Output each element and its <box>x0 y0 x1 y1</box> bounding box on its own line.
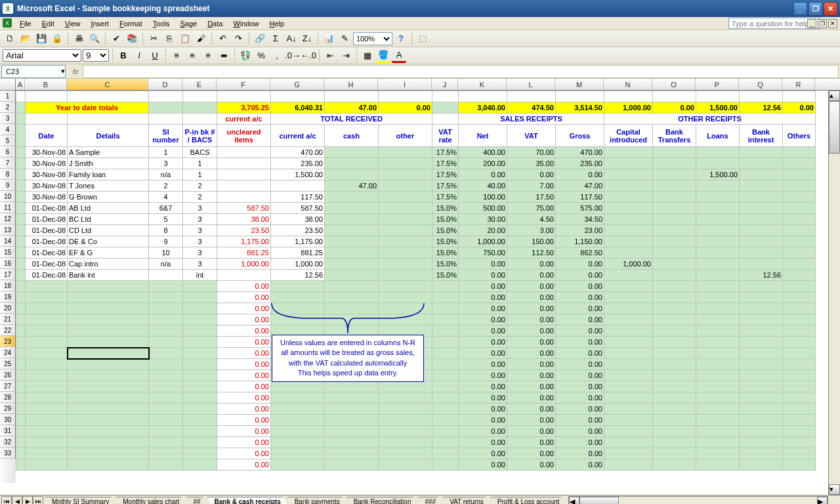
decrease-decimal-icon[interactable]: ←.0 <box>301 49 316 63</box>
row-header-3[interactable]: 3 <box>0 113 16 124</box>
menu-tools[interactable]: Tools <box>148 18 175 29</box>
paste-icon[interactable]: 📋 <box>178 32 192 46</box>
row-header-24[interactable]: 24 <box>0 347 16 358</box>
increase-decimal-icon[interactable]: .0→ <box>285 49 300 63</box>
row-header-1[interactable]: 1 <box>0 91 16 102</box>
undo-icon[interactable]: ↶ <box>215 32 230 46</box>
row-header-8[interactable]: 8 <box>0 169 16 180</box>
tab-first-button[interactable]: ⏮ <box>1 496 12 505</box>
row-header-11[interactable]: 11 <box>0 202 16 213</box>
menu-insert[interactable]: Insert <box>85 18 114 29</box>
zoom-combo[interactable]: 100% <box>353 32 392 45</box>
sheet-tab[interactable]: Bank Reconciliation <box>346 497 419 504</box>
col-header-F[interactable]: F <box>217 79 270 90</box>
col-header-G[interactable]: G <box>270 79 324 90</box>
comma-icon[interactable]: , <box>270 49 284 63</box>
vertical-scrollbar[interactable]: ▴ ▾ <box>828 91 840 495</box>
col-header-D[interactable]: D <box>148 79 182 90</box>
row-header-14[interactable]: 14 <box>0 236 16 247</box>
menu-format[interactable]: Format <box>114 18 148 29</box>
italic-icon[interactable]: I <box>132 49 146 63</box>
row-header-2[interactable]: 2 <box>0 102 16 113</box>
drawing-icon[interactable]: ✎ <box>337 32 352 46</box>
col-header-A[interactable]: A <box>16 79 25 90</box>
menu-data[interactable]: Data <box>202 18 228 29</box>
underline-icon[interactable]: U <box>148 49 162 63</box>
menu-window[interactable]: Window <box>228 18 264 29</box>
redo-icon[interactable]: ↷ <box>231 32 245 46</box>
formula-input[interactable] <box>83 65 839 78</box>
col-header-H[interactable]: H <box>324 79 378 90</box>
col-header-N[interactable]: N <box>604 79 652 90</box>
row-header-18[interactable]: 18 <box>0 280 16 291</box>
row-header-21[interactable]: 21 <box>0 314 16 325</box>
row-header-32[interactable]: 32 <box>0 436 16 448</box>
row-header-15[interactable]: 15 <box>0 247 16 258</box>
fx-icon[interactable]: fx <box>70 66 81 77</box>
new-icon[interactable]: 🗋 <box>3 32 17 46</box>
tab-prev-button[interactable]: ◀ <box>12 496 22 505</box>
menu-sage[interactable]: Sage <box>175 18 202 29</box>
help-icon[interactable]: ? <box>394 32 408 46</box>
col-header-Q[interactable]: Q <box>739 79 782 90</box>
fill-color-icon[interactable]: 🪣 <box>376 49 390 63</box>
app-icon[interactable]: X <box>3 18 12 28</box>
permission-icon[interactable]: 🔒 <box>50 32 64 46</box>
decrease-indent-icon[interactable]: ⇤ <box>323 49 337 63</box>
row-header-12[interactable]: 12 <box>0 213 16 224</box>
sort-asc-icon[interactable]: A↓ <box>284 32 299 46</box>
autosum-icon[interactable]: Σ <box>268 32 283 46</box>
row-header-13[interactable]: 13 <box>0 224 16 236</box>
col-header-B[interactable]: B <box>25 79 67 90</box>
menu-edit[interactable]: Edit <box>37 18 60 29</box>
chart-wizard-icon[interactable]: 📊 <box>322 32 336 46</box>
name-box[interactable]: C23▾ <box>1 65 66 78</box>
row-header-20[interactable]: 20 <box>0 303 16 314</box>
row-header-30[interactable]: 30 <box>0 414 16 425</box>
row-header-28[interactable]: 28 <box>0 392 16 403</box>
font-size-combo[interactable]: 9 <box>83 49 109 62</box>
row-header-33[interactable]: 33 <box>0 448 16 459</box>
format-painter-icon[interactable]: 🖌 <box>194 32 208 46</box>
percent-icon[interactable]: % <box>254 49 268 63</box>
row-header-10[interactable]: 10 <box>0 191 16 202</box>
menu-help[interactable]: Help <box>264 18 290 29</box>
col-header-L[interactable]: L <box>507 79 555 90</box>
close-button[interactable]: ✕ <box>824 2 837 16</box>
col-header-P[interactable]: P <box>696 79 739 90</box>
menu-file[interactable]: File <box>14 18 37 29</box>
hyperlink-icon[interactable]: 🔗 <box>253 32 267 46</box>
row-header-6[interactable]: 6 <box>0 146 16 158</box>
row-header-19[interactable]: 19 <box>0 291 16 303</box>
increase-indent-icon[interactable]: ⇥ <box>339 49 353 63</box>
mdi-minimize-button[interactable]: _ <box>807 19 816 28</box>
mdi-restore-button[interactable]: ❐ <box>818 19 827 28</box>
menu-view[interactable]: View <box>60 18 86 29</box>
row-header-27[interactable]: 27 <box>0 381 16 392</box>
row-header-17[interactable]: 17 <box>0 269 16 280</box>
row-header-9[interactable]: 9 <box>0 180 16 191</box>
sheet-tab[interactable]: Mnthly SI Summary <box>45 497 116 504</box>
row-header-31[interactable]: 31 <box>0 425 16 436</box>
align-left-icon[interactable]: ≡ <box>169 49 184 63</box>
borders-icon[interactable]: ▦ <box>360 49 375 63</box>
select-all-corner[interactable] <box>0 79 16 91</box>
col-header-R[interactable]: R <box>782 79 815 90</box>
help-search-input[interactable] <box>728 18 820 29</box>
maximize-button[interactable]: ❐ <box>808 2 822 16</box>
sheet-tab[interactable]: VAT returns <box>442 497 491 504</box>
sheet-tab[interactable]: Profit & Loss account <box>490 497 567 504</box>
print-preview-icon[interactable]: 🔍 <box>87 32 102 46</box>
sheet-tab[interactable]: ### <box>417 497 443 504</box>
open-icon[interactable]: 📂 <box>18 32 33 46</box>
col-header-M[interactable]: M <box>555 79 604 90</box>
merge-center-icon[interactable]: ⬌ <box>217 49 231 63</box>
row-header-4[interactable]: 4 <box>0 124 16 135</box>
sheet-tab[interactable]: Bank & cash receipts <box>207 497 288 504</box>
col-header-O[interactable]: O <box>652 79 696 90</box>
row-header-23[interactable]: 23 <box>0 336 16 347</box>
print-icon[interactable]: 🖶 <box>72 32 86 46</box>
sage-icon[interactable]: ⬚ <box>415 32 430 46</box>
save-icon[interactable]: 💾 <box>34 32 49 46</box>
align-center-icon[interactable]: ≡ <box>185 49 200 63</box>
